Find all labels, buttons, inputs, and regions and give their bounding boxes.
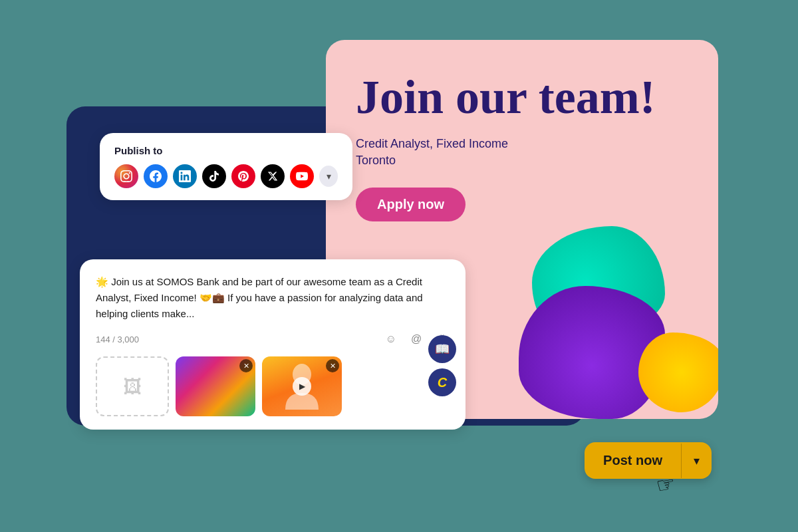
char-count-row: 144 / 3,000 ☺ @ # — [96, 331, 450, 347]
more-platforms-button[interactable]: ▾ — [319, 166, 338, 187]
char-count-value: 144 / 3,000 — [96, 334, 139, 344]
instagram-icon[interactable] — [114, 164, 138, 188]
emoji-icon[interactable]: ☺ — [383, 331, 399, 347]
main-scene: Join our team! Credit Analyst, Fixed Inc… — [0, 0, 798, 532]
side-actions: 📖 C — [428, 335, 456, 396]
post-now-label: Post now — [585, 442, 681, 479]
media-thumb-2: ▶ ✕ — [262, 356, 342, 416]
media-row: 🖼 ✕ ▶ ✕ 📖 — [96, 356, 450, 416]
remove-thumb-1-button[interactable]: ✕ — [239, 359, 253, 372]
composer-text: 🌟 Join us at SOMOS Bank and be part of o… — [96, 274, 450, 322]
blob-decoration — [519, 219, 718, 419]
publish-label: Publish to — [114, 145, 338, 156]
composer-panel: 🌟 Join us at SOMOS Bank and be part of o… — [80, 259, 466, 430]
x-icon[interactable] — [261, 164, 285, 188]
pinterest-icon[interactable] — [231, 164, 255, 188]
media-upload-button[interactable]: 🖼 — [96, 356, 169, 416]
linkedin-icon[interactable] — [173, 164, 197, 188]
apply-now-button[interactable]: Apply now — [356, 188, 466, 221]
remove-thumb-2-button[interactable]: ✕ — [326, 359, 339, 372]
caption-icon-button[interactable]: C — [428, 368, 456, 396]
media-thumb-1: ✕ — [176, 356, 255, 416]
youtube-icon[interactable] — [290, 164, 314, 188]
job-card-subtitle: Credit Analyst, Fixed Income Toronto — [356, 136, 688, 169]
job-card-title: Join our team! — [356, 73, 688, 121]
upload-placeholder-icon: 🖼 — [123, 376, 142, 398]
mention-icon[interactable]: @ — [408, 331, 424, 347]
post-now-chevron-icon[interactable]: ▾ — [682, 443, 712, 479]
blob-yellow — [638, 332, 718, 412]
book-icon-button[interactable]: 📖 — [428, 335, 456, 363]
post-now-button[interactable]: Post now ▾ — [585, 442, 712, 479]
publish-panel: Publish to ▾ — [100, 133, 352, 200]
play-video-button[interactable]: ▶ — [293, 377, 311, 396]
tiktok-icon[interactable] — [202, 164, 226, 188]
social-icons-row: ▾ — [114, 164, 338, 188]
facebook-icon[interactable] — [144, 164, 168, 188]
